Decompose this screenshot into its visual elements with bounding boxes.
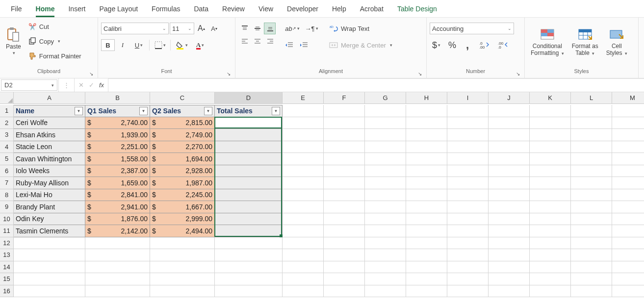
- column-header-G[interactable]: G: [365, 92, 406, 104]
- row-header-2[interactable]: 2: [0, 117, 14, 129]
- font-name-select[interactable]: Calibri⌄: [101, 23, 169, 34]
- cell[interactable]: [283, 129, 324, 141]
- cell[interactable]: Odin Key: [14, 213, 85, 226]
- cell[interactable]: $1,694.00: [150, 153, 215, 165]
- cell[interactable]: [406, 261, 447, 274]
- cell[interactable]: [447, 285, 489, 298]
- menu-formulas[interactable]: Formulas: [145, 1, 187, 17]
- cell[interactable]: [489, 201, 530, 213]
- cell[interactable]: [612, 129, 644, 141]
- cell[interactable]: [612, 105, 644, 117]
- format-painter-button[interactable]: Format Painter: [26, 50, 84, 62]
- cell[interactable]: [406, 273, 447, 285]
- cell[interactable]: [530, 237, 571, 250]
- dialog-launcher-icon[interactable]: ↘: [88, 70, 95, 77]
- cell[interactable]: [612, 225, 644, 237]
- cell[interactable]: [324, 129, 365, 141]
- cell[interactable]: [85, 237, 150, 250]
- cell[interactable]: [571, 141, 612, 153]
- cell[interactable]: [406, 117, 447, 129]
- cell[interactable]: [85, 261, 150, 274]
- paste-button[interactable]: Paste ▾: [3, 20, 24, 63]
- enter-icon[interactable]: ✓: [89, 81, 94, 89]
- row-header-14[interactable]: 14: [0, 261, 14, 274]
- row-header-7[interactable]: 7: [0, 177, 14, 189]
- cell[interactable]: [447, 201, 489, 213]
- cell[interactable]: Ceri Wolfe: [14, 117, 85, 129]
- cell[interactable]: [612, 261, 644, 274]
- ltr-button[interactable]: →¶▾: [303, 23, 320, 34]
- cell[interactable]: [283, 117, 324, 129]
- cell[interactable]: [406, 213, 447, 226]
- orientation-button[interactable]: ab↗▾: [283, 23, 302, 34]
- cell[interactable]: [406, 237, 447, 250]
- cell[interactable]: [489, 285, 530, 298]
- row-header-13[interactable]: 13: [0, 249, 14, 261]
- cell[interactable]: [324, 189, 365, 202]
- cell[interactable]: [406, 177, 447, 189]
- cell[interactable]: [365, 249, 406, 261]
- italic-button[interactable]: I: [116, 39, 129, 51]
- cell[interactable]: Ehsan Atkins: [14, 129, 85, 141]
- shrink-font-button[interactable]: A▾: [208, 23, 220, 34]
- cell[interactable]: [612, 285, 644, 298]
- cell[interactable]: [406, 141, 447, 153]
- cell[interactable]: $2,251.00: [85, 141, 150, 153]
- cell[interactable]: [571, 261, 612, 274]
- cell[interactable]: [571, 201, 612, 213]
- cell[interactable]: [447, 213, 489, 226]
- cell[interactable]: [283, 177, 324, 189]
- cell[interactable]: [215, 153, 283, 165]
- column-header-L[interactable]: L: [571, 92, 612, 104]
- cell[interactable]: [365, 237, 406, 250]
- cell[interactable]: Brandy Plant: [14, 201, 85, 213]
- cell[interactable]: [365, 213, 406, 226]
- fx-label[interactable]: fx: [99, 81, 104, 89]
- cell[interactable]: [571, 117, 612, 129]
- cell[interactable]: [283, 153, 324, 165]
- cell[interactable]: [447, 261, 489, 274]
- cell[interactable]: [406, 249, 447, 261]
- cell-styles-button[interactable]: Cell Styles ▾: [603, 20, 630, 63]
- cell[interactable]: [447, 189, 489, 202]
- column-header-H[interactable]: H: [406, 92, 447, 104]
- cell[interactable]: [406, 153, 447, 165]
- cell[interactable]: [612, 141, 644, 153]
- cell[interactable]: [612, 177, 644, 189]
- menu-view[interactable]: View: [252, 1, 280, 17]
- cell[interactable]: [215, 249, 283, 261]
- cell[interactable]: $1,987.00: [150, 177, 215, 189]
- row-header-15[interactable]: 15: [0, 273, 14, 285]
- dialog-launcher-icon[interactable]: ↘: [416, 70, 423, 77]
- row-header-5[interactable]: 5: [0, 153, 14, 165]
- merge-center-button[interactable]: Merge & Center ▾: [327, 39, 405, 51]
- increase-decimal-button[interactable]: .0.00: [476, 39, 492, 51]
- cell[interactable]: [406, 201, 447, 213]
- row-header-1[interactable]: 1: [0, 105, 14, 117]
- menu-review[interactable]: Review: [215, 1, 252, 17]
- cell[interactable]: [365, 141, 406, 153]
- cell[interactable]: [530, 189, 571, 202]
- row-header-8[interactable]: 8: [0, 189, 14, 202]
- cell[interactable]: [283, 261, 324, 274]
- cell[interactable]: [530, 165, 571, 178]
- cell[interactable]: [612, 201, 644, 213]
- menu-insert[interactable]: Insert: [61, 1, 92, 17]
- cell[interactable]: $1,939.00: [85, 129, 150, 141]
- cell[interactable]: [365, 189, 406, 202]
- cell[interactable]: [324, 237, 365, 250]
- cell[interactable]: [571, 249, 612, 261]
- cell[interactable]: [215, 165, 283, 178]
- cell[interactable]: Cavan Whittington: [14, 153, 85, 165]
- cell[interactable]: [612, 153, 644, 165]
- insert-function-small[interactable]: ⋮: [58, 78, 74, 92]
- cell[interactable]: [324, 141, 365, 153]
- menu-file[interactable]: File: [4, 1, 29, 17]
- cell[interactable]: [489, 225, 530, 237]
- align-bottom-button[interactable]: [264, 23, 276, 34]
- cell[interactable]: [530, 117, 571, 129]
- cell[interactable]: [14, 273, 85, 285]
- cell[interactable]: [14, 237, 85, 250]
- cell[interactable]: [283, 141, 324, 153]
- cell[interactable]: [150, 285, 215, 298]
